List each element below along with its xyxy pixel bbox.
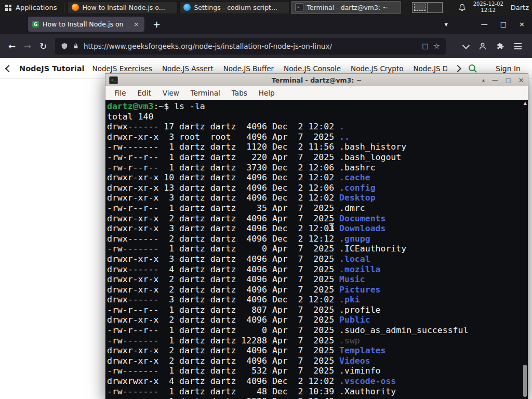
taskbar-button-label: Settings - codium script...	[194, 4, 277, 11]
shield-icon[interactable]	[61, 43, 68, 50]
terminal-minimize-button[interactable]: —	[492, 76, 498, 84]
tab-close-button[interactable]: ×	[132, 20, 140, 28]
terminal-close-button[interactable]: ×	[518, 76, 524, 84]
account-icon[interactable]	[478, 42, 487, 50]
site-nav-item[interactable]: Node.JS Crypto	[351, 64, 403, 73]
bookmark-star-icon[interactable]: ☆	[433, 42, 440, 51]
site-nav-item[interactable]: Node.JS Buffer	[223, 64, 274, 73]
taskbar-button-label: Terminal - dartz@vm3: ~	[307, 4, 388, 11]
reload-button[interactable]: ↻	[35, 38, 51, 54]
list-all-tabs-button[interactable]: ▾	[445, 21, 448, 28]
terminal-menubar: FileEditViewTerminalTabsHelp	[105, 86, 528, 100]
site-nav-item[interactable]: NodeJS Exercises	[92, 64, 152, 73]
panel-separator	[64, 3, 64, 12]
taskbar-button-firefox[interactable]: How to Install Node.js o...	[68, 1, 178, 14]
gfg-favicon-icon: G	[32, 21, 39, 28]
firefox-icon	[72, 4, 79, 11]
top-panel: Applications How to Install Node.js o...…	[0, 0, 532, 15]
nav-forward-chevron-icon[interactable]	[454, 64, 461, 72]
clock-time: 12:12	[481, 7, 496, 14]
search-icon[interactable]	[468, 64, 477, 73]
forward-button: →	[20, 38, 35, 54]
site-nav-item[interactable]: Node.JS Console	[284, 64, 341, 73]
user-label[interactable]: Dartz	[511, 4, 529, 11]
extensions-puzzle-icon[interactable]	[497, 42, 504, 50]
applications-icon	[5, 5, 8, 7]
site-nav-item[interactable]: Node.JS Assert	[162, 64, 214, 73]
screen: Applications How to Install Node.js o...…	[0, 0, 532, 399]
menu-hamburger-icon[interactable]	[514, 43, 522, 44]
site-nav-primary[interactable]: NodeJS Tutorial	[19, 64, 85, 73]
new-tab-button[interactable]: +	[151, 19, 163, 30]
browser-close-button[interactable]: ×	[519, 20, 525, 28]
applications-label: Applications	[16, 4, 57, 11]
clock[interactable]: 2025-12-02 12:12	[473, 1, 503, 14]
taskbar-button-codium[interactable]: Settings - codium script...	[179, 1, 289, 14]
terminal-title: Terminal - dartz@vm3: ~	[105, 76, 528, 84]
window-controls: ▾ — □ ×	[445, 20, 532, 28]
terminal-output: dartz@vm3:~$ ls -la total 140 drwx------…	[105, 100, 528, 399]
codium-icon	[183, 4, 191, 11]
clock-date: 2025-12-02	[473, 1, 503, 7]
taskbar-window-list: How to Install Node.js o...Settings - co…	[68, 1, 401, 14]
terminal-window-buttons: ▴ — □ ×	[482, 76, 524, 84]
navigation-toolbar: ← → ↻ https://www.geeksforgeeks.org/node…	[0, 34, 532, 58]
site-nav-items: NodeJS ExercisesNode.JS AssertNode.JS Bu…	[92, 64, 447, 73]
address-bar[interactable]: https://www.geeksforgeeks.org/node-js/in…	[55, 38, 446, 55]
workspace-switcher[interactable]	[412, 2, 443, 13]
terminal-scrollbar-thumb[interactable]	[523, 365, 527, 397]
terminal-menu-tabs[interactable]: Tabs	[226, 89, 253, 97]
site-nav-item[interactable]: Node.JS DNS	[414, 64, 448, 73]
terminal-body[interactable]: dartz@vm3:~$ ls -la total 140 drwx------…	[105, 100, 528, 399]
workspace-window-thumb	[414, 4, 425, 11]
reader-view-icon[interactable]: ▤	[422, 42, 428, 50]
browser-tab[interactable]: G How to Install Node.js on ×	[28, 17, 144, 32]
terminal-menu-view[interactable]: View	[157, 89, 185, 97]
pocket-icon[interactable]	[462, 42, 470, 49]
terminal-shade-button[interactable]: ▴	[482, 77, 485, 83]
back-button[interactable]: ←	[4, 38, 20, 54]
terminal-maximize-button[interactable]: □	[506, 77, 511, 84]
lock-icon[interactable]	[73, 43, 79, 49]
terminal-titlebar[interactable]: >_ Terminal - dartz@vm3: ~ ▴ — □ ×	[105, 73, 528, 86]
notification-bell-icon[interactable]	[458, 4, 466, 11]
terminal-menu-edit[interactable]: Edit	[132, 89, 157, 97]
tab-title: How to Install Node.js on	[43, 20, 129, 28]
taskbar-button-label: How to Install Node.js o...	[82, 4, 165, 11]
terminal-menu-terminal[interactable]: Terminal	[185, 89, 226, 97]
terminal-menu-file[interactable]: File	[109, 89, 132, 97]
url-text[interactable]: https://www.geeksforgeeks.org/node-js/in…	[84, 42, 417, 50]
toolbar-icons	[463, 42, 528, 50]
applications-menu[interactable]: Applications	[0, 0, 62, 15]
tab-bar: G How to Install Node.js on × + ▾ — □ ×	[0, 15, 532, 34]
workspace-2[interactable]	[428, 2, 443, 13]
browser-maximize-button[interactable]: □	[500, 20, 507, 28]
taskbar-button-terminal[interactable]: >_Terminal - dartz@vm3: ~	[291, 1, 401, 14]
terminal-menu-help[interactable]: Help	[253, 89, 281, 97]
terminal-window: >_ Terminal - dartz@vm3: ~ ▴ — □ × FileE…	[105, 73, 528, 399]
browser-minimize-button[interactable]: —	[481, 20, 488, 28]
terminal-icon: >_	[109, 76, 118, 84]
nav-back-chevron-icon[interactable]	[5, 64, 12, 72]
terminal-icon: >_	[295, 3, 303, 11]
workspace-1[interactable]	[412, 2, 428, 13]
scrollbar-up-arrow[interactable]: ▲	[524, 101, 527, 105]
